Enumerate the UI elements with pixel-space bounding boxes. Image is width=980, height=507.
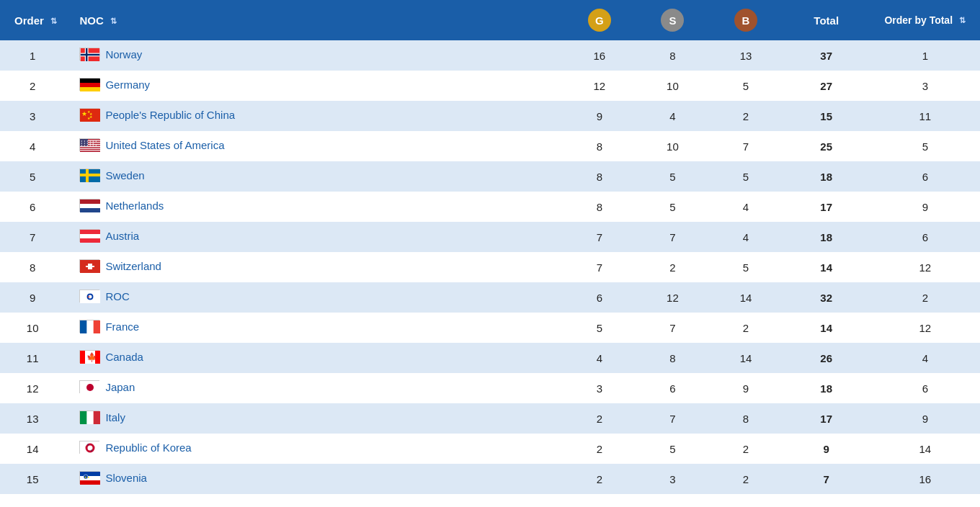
country-name: Netherlands [79,199,164,212]
total-cell: 17 [783,192,870,222]
svg-rect-6 [80,83,100,87]
svg-rect-25 [80,150,100,151]
order-by-total-header[interactable]: Order by Total ⇅ [870,0,980,40]
noc-header[interactable]: NOC ⇅ [65,0,563,40]
svg-rect-23 [80,148,100,148]
country-label: Slovenia [105,472,147,484]
country-label: Italy [105,411,125,423]
country-flag: ★★ [79,471,99,484]
total-cell: 9 [783,434,870,464]
gold-cell: 2 [563,464,636,494]
svg-rect-35 [80,204,100,208]
silver-cell: 5 [636,434,710,464]
bronze-header[interactable]: B [709,0,783,40]
silver-header[interactable]: S [636,0,710,40]
order-cell: 7 [0,222,65,252]
bronze-cell: 5 [709,161,783,192]
order-by-total-cell: 6 [870,373,980,403]
country-name: ✦ ROC [79,290,129,302]
country-name: Switzerland [79,259,161,272]
country-flag [79,229,99,242]
svg-rect-42 [86,266,94,267]
bronze-cell: 2 [709,464,783,494]
country-name: Norway [79,48,142,60]
country-flag [79,320,99,333]
order-cell: 11 [0,343,65,373]
country-label: Sweden [105,169,144,181]
svg-rect-33 [86,169,89,182]
gold-header[interactable]: G [563,0,636,40]
silver-medal-icon: S [661,9,684,32]
order-by-total-label: Order by Total [884,14,953,26]
silver-cell: 10 [636,71,710,101]
noc-sort-icon: ⇅ [110,17,117,26]
country-name: Italy [79,410,125,423]
order-by-total-cell: 2 [870,282,980,313]
noc-cell: ★★ Slovenia [65,464,563,494]
country-label: Austria [105,230,139,242]
order-cell: 15 [0,464,65,494]
order-by-total-cell: 6 [870,222,980,252]
noc-cell: ≡≡ Republic of Korea [65,434,563,464]
country-name: Sweden [79,169,144,181]
silver-cell: 8 [636,40,710,71]
svg-text:★★★★★★: ★★★★★★ [81,144,98,147]
svg-rect-4 [86,48,87,61]
table-row: 2 Germany 12 10 5 27 3 [0,71,980,101]
bronze-cell: 9 [709,373,783,403]
country-flag [79,380,99,393]
order-by-total-cell: 12 [870,252,980,282]
bronze-cell: 4 [709,192,783,222]
country-flag: ✦ [79,290,99,302]
svg-rect-65 [80,480,100,485]
total-cell: 17 [783,403,870,434]
country-label: Switzerland [105,260,161,272]
total-cell: 14 [783,313,870,343]
silver-cell: 8 [636,343,710,373]
noc-cell: Sweden [65,161,563,192]
noc-cell: Italy [65,403,563,434]
country-name: ★★★★★★★★★★★★★★★★★ United States of Ameri… [79,138,224,151]
order-by-total-cell: 9 [870,403,980,434]
total-cell: 15 [783,101,870,131]
total-header[interactable]: Total [783,0,870,40]
svg-rect-3 [81,54,99,55]
gold-cell: 8 [563,131,636,161]
order-cell: 14 [0,434,65,464]
bronze-cell: 7 [709,131,783,161]
svg-text:★★: ★★ [84,475,90,479]
total-cell: 18 [783,222,870,252]
order-cell: 5 [0,161,65,192]
order-by-total-cell: 9 [870,192,980,222]
order-by-total-cell: 11 [870,101,980,131]
noc-cell: Austria [65,222,563,252]
order-header[interactable]: Order ⇅ [0,0,65,40]
order-by-total-cell: 14 [870,434,980,464]
order-cell: 1 [0,40,65,71]
country-name: ≡≡ Republic of Korea [79,441,191,454]
noc-cell: ★★★★★★★★★★★★★★★★★ United States of Ameri… [65,131,563,161]
svg-rect-32 [80,174,100,176]
country-name: ★★★★★ People's Republic of China [79,108,235,121]
table-row: 7 Austria 7 7 4 18 6 [0,222,980,252]
order-header-label: Order [14,14,44,27]
noc-cell: Germany [65,71,563,101]
country-flag [79,169,99,181]
order-by-total-cell: 5 [870,131,980,161]
svg-rect-22 [80,147,100,148]
gold-cell: 16 [563,40,636,71]
country-name: Germany [79,78,150,91]
order-by-total-cell: 6 [870,161,980,192]
svg-point-55 [86,384,94,391]
table-row: 5 Sweden 8 5 5 18 6 [0,161,980,192]
silver-cell: 7 [636,222,710,252]
silver-cell: 7 [636,313,710,343]
noc-cell: Netherlands [65,192,563,222]
svg-rect-39 [80,238,100,243]
table-row: 8 Switzerland 7 2 5 14 12 [0,252,980,282]
svg-text:★: ★ [81,110,87,117]
medal-table: Order ⇅ NOC ⇅ G S B Total Order by Total… [0,0,980,494]
order-cell: 12 [0,373,65,403]
gold-cell: 7 [563,252,636,282]
order-by-total-sort-icon: ⇅ [959,16,966,25]
